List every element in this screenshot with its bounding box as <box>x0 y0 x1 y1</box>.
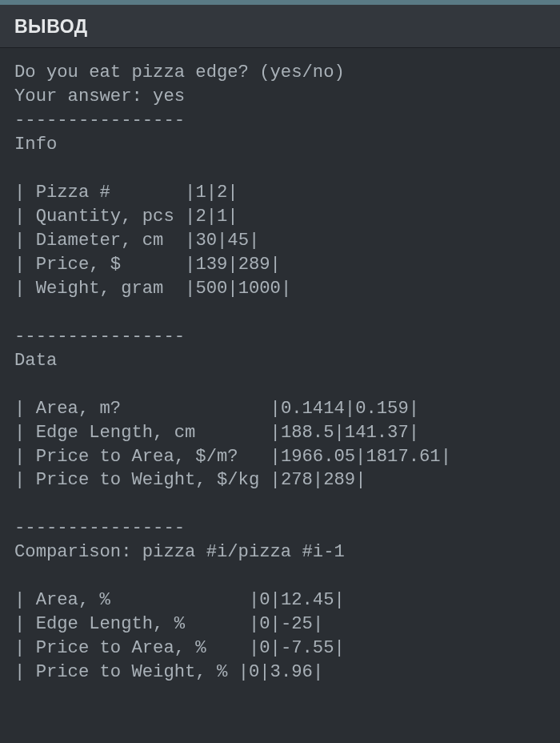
data-row: | Price to Area, $/m? |1966.05|1817.61| <box>14 447 451 467</box>
comparison-row: | Area, % |0|12.45| <box>14 590 345 610</box>
console-output: Do you eat pizza edge? (yes/no) Your ans… <box>0 48 560 697</box>
panel-header: ВЫВОД <box>0 5 560 48</box>
prompt-question: Do you eat pizza edge? (yes/no) <box>14 62 345 82</box>
separator: ---------------- <box>14 327 185 347</box>
info-row: | Weight, gram |500|1000| <box>14 279 291 299</box>
data-row: | Edge Length, cm |188.5|141.37| <box>14 423 419 443</box>
separator: ---------------- <box>14 110 185 131</box>
info-row: | Quantity, pcs |2|1| <box>14 207 238 227</box>
data-row: | Price to Weight, $/kg |278|289| <box>14 470 366 490</box>
info-heading: Info <box>14 135 57 155</box>
comparison-row: | Price to Area, % |0|-7.55| <box>14 638 345 658</box>
answer-label: Your answer: <box>14 86 153 106</box>
answer-value: yes <box>153 86 185 106</box>
info-row: | Diameter, cm |30|45| <box>14 231 259 251</box>
panel-title: ВЫВОД <box>14 16 546 38</box>
comparison-row: | Edge Length, % |0|-25| <box>14 614 323 634</box>
data-heading: Data <box>14 351 57 371</box>
separator: ---------------- <box>14 518 185 538</box>
data-row: | Area, m? |0.1414|0.159| <box>14 399 419 419</box>
comparison-row: | Price to Weight, % |0|3.96| <box>14 662 323 682</box>
comparison-heading: Comparison: pizza #i/pizza #i-1 <box>14 542 345 562</box>
info-row: | Price, $ |139|289| <box>14 255 281 275</box>
answer-line: Your answer: yes <box>14 86 185 106</box>
info-row: | Pizza # |1|2| <box>14 183 238 203</box>
